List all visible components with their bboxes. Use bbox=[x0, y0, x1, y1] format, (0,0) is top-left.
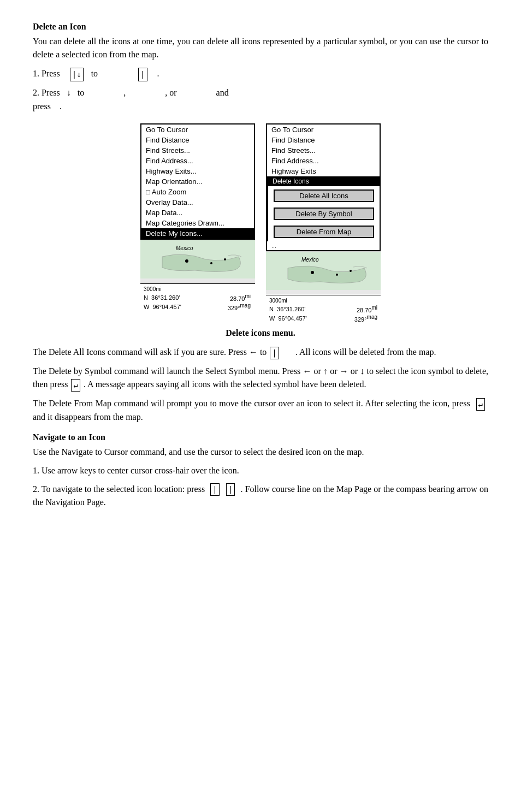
left-menu-box: Go To Cursor Find Distance Find Streets.… bbox=[140, 123, 255, 240]
menu-item-find-streets: Find Streets... bbox=[141, 145, 254, 156]
menu-item-map-categories: Map Categories Drawn... bbox=[141, 218, 254, 228]
right-heading: 329° bbox=[354, 316, 367, 323]
para3: The Delete From Map command will prompt … bbox=[33, 397, 488, 424]
images-row: Go To Cursor Find Distance Find Streets.… bbox=[33, 123, 488, 325]
popup-title: Delete Icons bbox=[268, 176, 380, 186]
left-map-coords: 3000mi N 36°31.260' 28.70mi W 96°04.457'… bbox=[140, 283, 255, 313]
menu-item-highway-exits: Highway Exits... bbox=[141, 166, 254, 176]
confirm-icon: | bbox=[270, 347, 279, 359]
menu-item-go-to-cursor: Go To Cursor bbox=[141, 125, 254, 135]
section-navigate-icon: Navigate to an Icon Use the Navigate to … bbox=[33, 432, 488, 509]
nav-icon2: | bbox=[226, 483, 235, 496]
enter-icon-3: ↵ bbox=[476, 398, 485, 411]
svg-point-3 bbox=[210, 262, 212, 264]
svg-text:Mexico: Mexico bbox=[176, 245, 193, 251]
step1-prefix: 1. Press bbox=[33, 69, 60, 78]
left-map-area: Mexico bbox=[140, 240, 255, 283]
step2-comma: , bbox=[123, 88, 126, 97]
step1: 1. Press |↓ to | . bbox=[33, 67, 488, 81]
right-menu-box: Go To Cursor Find Distance Find Streets.… bbox=[266, 123, 381, 251]
step2-to: to bbox=[78, 88, 84, 97]
left-lon: 96°04.457' bbox=[153, 304, 181, 310]
left-lat: 36°31.260' bbox=[151, 294, 180, 301]
section1-intro: You can delete all the icons at one time… bbox=[33, 35, 488, 61]
svg-point-4 bbox=[224, 258, 226, 260]
step1-end: . bbox=[157, 69, 159, 78]
nav-step1: 1. Use arrow keys to center cursor cross… bbox=[33, 464, 488, 477]
nav-step2: 2. To navigate to the selected icon loca… bbox=[33, 483, 488, 509]
right-lon: 96°04.457' bbox=[279, 315, 307, 322]
para2: The Delete by Symbol command will launch… bbox=[33, 365, 488, 392]
right-map-svg: Mexico bbox=[266, 252, 381, 290]
section1-title: Delete an Icon bbox=[33, 22, 488, 32]
step2-press: press bbox=[33, 102, 51, 111]
right-menu-item-go-to-cursor: Go To Cursor bbox=[267, 125, 380, 135]
menu-item-map-orientation: Map Orientation... bbox=[141, 176, 254, 187]
left-menu-wrapper: Go To Cursor Find Distance Find Streets.… bbox=[140, 123, 255, 325]
menu-item-delete-icons[interactable]: Delete My Icons... bbox=[141, 228, 254, 239]
left-heading: 329° bbox=[228, 305, 240, 311]
popup-btn-map[interactable]: Delete From Map bbox=[274, 226, 374, 238]
right-map-area: Mexico bbox=[266, 251, 381, 295]
step2-dot: . bbox=[60, 102, 62, 111]
right-menu-item-highway-exits: Highway Exits bbox=[267, 166, 380, 176]
svg-point-9 bbox=[350, 270, 352, 272]
right-menu-item-find-streets: Find Streets... bbox=[267, 145, 380, 156]
step1-to: to bbox=[91, 69, 98, 78]
menu-item-map-data: Map Data... bbox=[141, 208, 254, 218]
figure-caption: Delete icons menu. bbox=[33, 328, 488, 338]
nav-icon1: | bbox=[210, 483, 219, 496]
svg-point-7 bbox=[311, 271, 314, 274]
step2: 2. Press ↓ to , , or and press . bbox=[33, 86, 488, 114]
svg-point-2 bbox=[185, 259, 188, 263]
popup-btn-all[interactable]: Delete All Icons bbox=[274, 189, 374, 202]
right-bearing: 28.70 bbox=[357, 306, 372, 313]
popup-btn-symbol[interactable]: Delete By Symbol bbox=[274, 208, 374, 220]
menu-item-overlay-data: Overlay Data... bbox=[141, 197, 254, 208]
step2-and: and bbox=[216, 88, 229, 97]
svg-text:Mexico: Mexico bbox=[301, 257, 319, 263]
menu-item-find-address: Find Address... bbox=[141, 156, 254, 166]
right-lat: 36°31.260' bbox=[277, 306, 305, 312]
step2-or: , or bbox=[165, 88, 176, 97]
down-arrow: ↓ bbox=[67, 88, 71, 97]
menu-item-auto-zoom: □ Auto Zoom bbox=[141, 187, 254, 197]
section2-intro: Use the Navigate to Cursor command, and … bbox=[33, 446, 488, 459]
right-menu-item-find-address: Find Address... bbox=[267, 156, 380, 166]
section-delete-icon: Delete an Icon You can delete all the ic… bbox=[33, 22, 488, 424]
left-bearing: 28.70 bbox=[230, 295, 245, 301]
right-menu-item-find-distance: Find Distance bbox=[267, 135, 380, 145]
svg-point-8 bbox=[336, 274, 338, 276]
enter-icon-2: ↵ bbox=[71, 379, 80, 392]
section2-title: Navigate to an Icon bbox=[33, 432, 488, 442]
right-map-coords: 3000mi N 36°31.260' 28.70mi W 96°04.457'… bbox=[266, 295, 381, 325]
para1: The Delete All Icons command will ask if… bbox=[33, 346, 488, 359]
menu-item-find-distance: Find Distance bbox=[141, 135, 254, 145]
right-menu-item-extra1: ... bbox=[267, 241, 380, 250]
step2-prefix: 2. Press bbox=[33, 88, 60, 97]
right-menu-wrapper: Go To Cursor Find Distance Find Streets.… bbox=[266, 123, 381, 325]
menu-icon: |↓ bbox=[70, 68, 84, 81]
page-icon: | bbox=[138, 68, 147, 81]
left-map-svg: Mexico bbox=[140, 240, 255, 278]
